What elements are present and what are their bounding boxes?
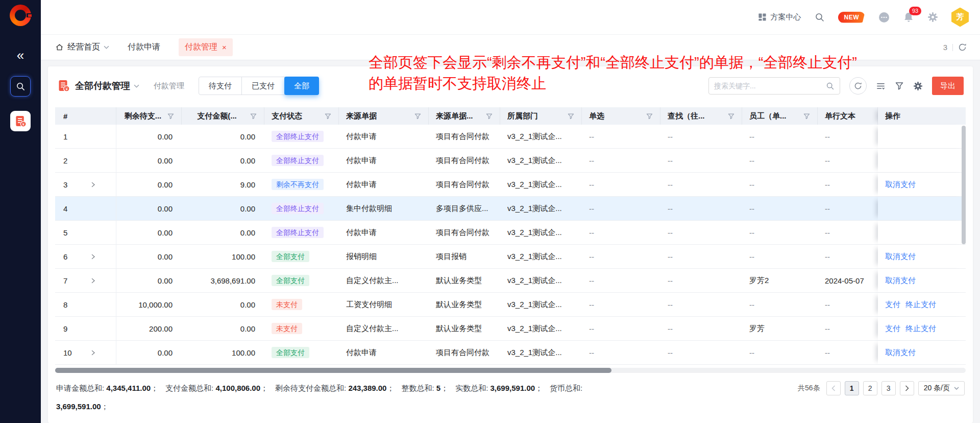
column-settings-gear-icon[interactable] [913, 81, 923, 91]
action-取消支付[interactable]: 取消支付 [885, 348, 916, 358]
filter-icon[interactable] [895, 81, 904, 90]
page-size-select[interactable]: 20 条/页 [918, 381, 965, 395]
page-button-2[interactable]: 2 [863, 381, 877, 395]
table-row-6[interactable]: 60.00100.00全部支付报销明细项目报销v3_2_1测试企...-----… [55, 245, 966, 269]
expand-icon[interactable] [91, 350, 95, 356]
cell-actions: 取消支付 [878, 173, 966, 196]
table-row-5[interactable]: 50.000.00全部终止支付付款申请项目有合同付款v3_2_1测试企...--… [55, 221, 966, 245]
column-label: 单选 [589, 111, 604, 121]
horizontal-scrollbar[interactable] [55, 368, 966, 373]
filter-icon[interactable] [414, 113, 421, 120]
segment-待支付[interactable]: 待支付 [199, 77, 242, 95]
table-row-10[interactable]: 100.00100.00全部支付付款申请项目有合同付款v3_2_1测试企...-… [55, 341, 966, 365]
home-breadcrumb[interactable]: 经营首页 [55, 42, 109, 53]
filter-icon[interactable] [486, 113, 493, 120]
page-button-1[interactable]: 1 [845, 381, 859, 395]
column-header-remaining[interactable]: 剩余待支... [116, 107, 182, 125]
cell-status: 全部终止支付 [264, 197, 339, 220]
new-badge[interactable]: NEW [838, 12, 866, 23]
tab-付款申请[interactable]: 付款申请 [128, 42, 160, 53]
column-header-source[interactable]: 来源单据 [339, 107, 429, 125]
notifications-button[interactable]: 93 [903, 12, 914, 23]
cell-dept: v3_2_1测试企... [500, 221, 582, 244]
cell-employee: -- [742, 221, 818, 244]
expand-icon[interactable] [91, 182, 95, 187]
filter-icon[interactable] [167, 113, 174, 120]
view-title[interactable]: 全部付款管理 [75, 80, 130, 92]
column-header-dept[interactable]: 所属部门 [500, 107, 582, 125]
filter-icon[interactable] [646, 113, 653, 120]
search-icon[interactable] [826, 82, 835, 90]
action-支付[interactable]: 支付 [885, 324, 900, 334]
filter-icon[interactable] [250, 113, 257, 120]
table-row-9[interactable]: 9200.000.00未支付自定义付款主...默认业务类型v3_2_1测试企..… [55, 317, 966, 341]
table-row-7[interactable]: 70.003,698,691.00全部支付自定义付款主...默认业务类型v3_2… [55, 269, 966, 293]
global-search-icon[interactable] [815, 12, 825, 22]
column-label: 剩余待支... [125, 111, 162, 121]
sidebar-search-button[interactable] [10, 76, 31, 97]
cell-employee: -- [742, 293, 818, 316]
tab-close-icon[interactable]: × [222, 43, 227, 51]
filter-icon[interactable] [803, 113, 810, 120]
avatar[interactable]: 芳 [951, 8, 969, 27]
export-button[interactable]: 导出 [932, 77, 964, 95]
status-badge: 未支付 [272, 323, 302, 334]
table-row-8[interactable]: 810,000.000.00未支付工资支付明细默认业务类型v3_2_1测试企..… [55, 293, 966, 317]
settings-gear-icon[interactable] [927, 12, 938, 22]
tab-付款管理[interactable]: 付款管理× [179, 38, 233, 56]
column-header-index[interactable]: # [55, 107, 116, 125]
solution-center-button[interactable]: 方案中心 [758, 12, 801, 22]
filter-icon[interactable] [325, 113, 331, 120]
column-header-radio[interactable]: 单选 [582, 107, 660, 125]
column-header-source_type[interactable]: 来源单据... [429, 107, 500, 125]
cell-radio: -- [582, 125, 660, 148]
chevron-down-icon[interactable] [134, 84, 139, 88]
action-终止支付[interactable]: 终止支付 [905, 324, 936, 334]
column-header-employee[interactable]: 员工（单... [742, 107, 818, 125]
filter-icon[interactable] [568, 113, 574, 120]
vertical-scrollbar[interactable] [962, 125, 966, 365]
view-sublabel[interactable]: 付款管理 [154, 81, 184, 91]
column-header-paid[interactable]: 支付金额(... [182, 107, 264, 125]
filter-icon[interactable] [728, 113, 734, 120]
table-row-4[interactable]: 40.000.00全部终止支付集中付款明细多项目多供应...v3_2_1测试企.… [55, 197, 966, 221]
toolbar: ¥ 全部付款管理 付款管理 待支付已支付全部 [55, 76, 966, 96]
display-density-icon[interactable] [876, 81, 886, 91]
column-header-actions[interactable]: 操作 [878, 107, 966, 125]
refresh-icon[interactable] [958, 43, 967, 52]
action-支付[interactable]: 支付 [885, 300, 900, 310]
app-logo-icon[interactable] [10, 5, 31, 26]
segment-全部[interactable]: 全部 [284, 77, 319, 95]
table-row-1[interactable]: 10.000.00全部终止支付付款申请项目有合同付款v3_2_1测试企...--… [55, 125, 966, 149]
home-icon [55, 43, 64, 52]
page-button-3[interactable]: 3 [881, 381, 896, 395]
expand-icon[interactable] [91, 278, 95, 284]
action-取消支付[interactable]: 取消支付 [885, 252, 916, 262]
column-header-status[interactable]: 支付状态 [264, 107, 339, 125]
sidebar-payment-app-button[interactable]: ¥ [10, 111, 31, 131]
prev-page-button[interactable] [826, 381, 841, 395]
search-input[interactable] [714, 82, 826, 90]
messages-icon[interactable] [878, 12, 890, 23]
summary-item: 实数总和: 3,699,591.00； [455, 384, 550, 392]
action-取消支付[interactable]: 取消支付 [885, 276, 916, 286]
segment-已支付[interactable]: 已支付 [242, 77, 285, 95]
vertical-scrollbar-thumb[interactable] [962, 126, 966, 244]
sidebar-collapse-button[interactable]: « [17, 49, 24, 62]
horizontal-scrollbar-thumb[interactable] [55, 368, 611, 373]
expand-icon[interactable] [91, 254, 95, 260]
table-search [708, 77, 840, 95]
next-page-button[interactable] [900, 381, 914, 395]
cell-lookup: -- [660, 245, 742, 268]
chevron-down-icon [954, 387, 959, 390]
column-header-text[interactable]: 单行文本 [818, 107, 878, 125]
refresh-button[interactable] [849, 77, 867, 95]
column-header-lookup[interactable]: 查找（往... [660, 107, 742, 125]
cell-paid: 0.00 [182, 317, 264, 340]
cell-source_type: 多项目多供应... [429, 197, 500, 220]
action-取消支付[interactable]: 取消支付 [885, 180, 916, 190]
table-row-2[interactable]: 20.000.00全部终止支付付款申请项目有合同付款v3_2_1测试企...--… [55, 149, 966, 173]
action-终止支付[interactable]: 终止支付 [905, 300, 936, 310]
table-row-3[interactable]: 30.009.00剩余不再支付付款申请项目有合同付款v3_2_1测试企...--… [55, 173, 966, 197]
column-label: # [63, 112, 67, 121]
